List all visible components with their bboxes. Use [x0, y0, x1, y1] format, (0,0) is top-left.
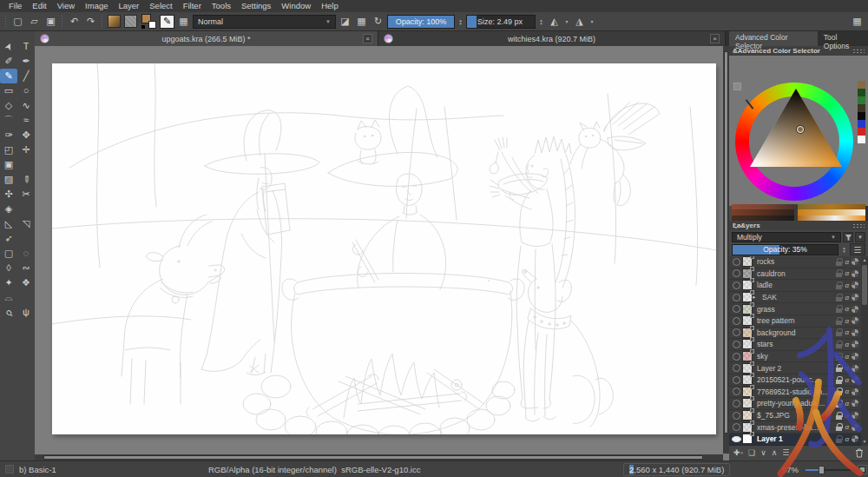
inherit-alpha-icon[interactable]	[852, 317, 858, 324]
spin-down-icon[interactable]: ▾	[537, 22, 545, 25]
visibility-icon[interactable]	[731, 364, 742, 372]
visibility-icon[interactable]	[731, 341, 742, 348]
visibility-icon[interactable]	[731, 282, 742, 289]
inherit-alpha-icon[interactable]	[852, 258, 858, 265]
close-tab-button[interactable]: ×	[363, 34, 372, 43]
menu-window[interactable]: Window	[276, 0, 316, 12]
history-swatch[interactable]	[858, 104, 865, 112]
history-swatch[interactable]	[858, 112, 865, 120]
multibrush-tool[interactable]: ✥	[17, 128, 35, 142]
inherit-alpha-icon[interactable]	[852, 435, 858, 442]
alpha-lock-icon[interactable]: α	[845, 376, 849, 384]
inherit-alpha-icon[interactable]	[852, 341, 858, 348]
lock-icon[interactable]	[836, 282, 842, 289]
layer-thumbnail[interactable]	[742, 374, 753, 385]
inherit-alpha-icon[interactable]	[852, 412, 858, 419]
shade-strip-right[interactable]	[798, 204, 865, 221]
zoom-level-label[interactable]: 57%	[782, 465, 799, 474]
inherit-alpha-icon[interactable]	[852, 365, 858, 372]
scrollbar-thumb[interactable]	[862, 265, 867, 305]
inherit-alpha-icon[interactable]	[852, 353, 858, 360]
brush-size-slider[interactable]: Size: 2.49 px	[466, 15, 536, 29]
layer-name[interactable]: 77689521-studio-sh...	[753, 388, 836, 396]
scroll-up-icon[interactable]: ▲	[861, 256, 868, 264]
history-swatch[interactable]	[858, 96, 865, 104]
spin-down-icon[interactable]: ▾	[840, 249, 848, 253]
menu-settings[interactable]: Settings	[236, 0, 276, 12]
layer-thumbnail[interactable]	[742, 304, 753, 315]
visibility-icon[interactable]	[731, 269, 742, 277]
lock-icon[interactable]	[836, 294, 842, 301]
move-tool[interactable]: ✛	[17, 142, 35, 157]
lock-icon[interactable]	[836, 435, 842, 443]
scroll-down-icon[interactable]: ▼	[861, 438, 868, 446]
lock-icon[interactable]	[836, 412, 842, 420]
menu-layer[interactable]: Layer	[114, 0, 145, 12]
inherit-alpha-icon[interactable]	[852, 424, 858, 431]
mirror-horizontal-button[interactable]: ◭	[547, 14, 562, 29]
menu-select[interactable]: Select	[144, 0, 177, 12]
layer-thumbnail[interactable]	[742, 387, 753, 397]
advanced-color-selector[interactable]: ↻	[729, 56, 868, 206]
layer-filter-button[interactable]	[843, 232, 853, 242]
selection-indicator-icon[interactable]	[5, 465, 14, 474]
visibility-icon[interactable]	[731, 376, 742, 384]
docker-drag-handle[interactable]	[852, 223, 865, 228]
layer-filter-dropdown[interactable]: ▾	[855, 232, 865, 242]
redo-button[interactable]: ↷	[83, 14, 98, 29]
layer-opacity-slider[interactable]: Opacity: 35%	[732, 244, 838, 255]
shade-reset-icon[interactable]: ↻	[733, 222, 740, 230]
visibility-icon[interactable]	[731, 423, 742, 431]
shade-strip-left[interactable]	[732, 204, 794, 221]
colorize-mask-tool[interactable]: ✂	[17, 187, 35, 202]
move-layer-up-button[interactable]: ∧	[772, 449, 778, 457]
duplicate-layer-button[interactable]: ❏	[748, 449, 755, 457]
inherit-alpha-icon[interactable]	[852, 376, 858, 383]
choose-workspace-button[interactable]: ▦	[850, 14, 865, 29]
assistants-tool[interactable]: ◺	[0, 216, 17, 231]
pattern-chooser[interactable]	[124, 15, 137, 28]
document-tab-title[interactable]: upgoats.kra (266.5 MiB) *	[49, 35, 363, 43]
layer-view-mode-button[interactable]: ☰	[850, 243, 865, 255]
zoom-slider-thumb[interactable]	[819, 466, 825, 474]
layer-thumbnail[interactable]	[742, 268, 753, 279]
visibility-icon[interactable]	[731, 317, 742, 325]
history-swatch[interactable]	[858, 89, 865, 96]
visibility-icon[interactable]	[731, 328, 742, 336]
visibility-icon[interactable]	[731, 388, 742, 395]
lock-icon[interactable]	[836, 364, 842, 372]
mirror-horizontal-dropdown[interactable]: ▾	[563, 14, 570, 29]
visibility-icon[interactable]	[731, 258, 742, 266]
elliptical-selection-tool[interactable]: ◌	[17, 246, 35, 261]
layer-name[interactable]: stars	[753, 340, 836, 348]
toolbar-handle[interactable]	[4, 15, 8, 29]
lock-icon[interactable]	[836, 388, 842, 395]
layer-thumbnail[interactable]	[742, 256, 753, 267]
layer-name[interactable]: sky	[753, 352, 836, 361]
canvas[interactable]	[52, 63, 716, 434]
shade-selector[interactable]	[732, 204, 865, 221]
alpha-lock-icon[interactable]: α	[845, 423, 849, 431]
menu-image[interactable]: Image	[80, 0, 113, 12]
similar-selection-tool[interactable]: ❖	[17, 275, 35, 290]
layer-thumbnail[interactable]	[742, 351, 753, 361]
bezier-curve-tool[interactable]: ⌒	[0, 113, 17, 128]
history-swatch[interactable]	[858, 81, 865, 89]
size-spinner[interactable]: ▴ ▾	[537, 15, 545, 29]
freehand-selection-tool[interactable]: ∾	[17, 261, 35, 275]
image-size-field[interactable]: 2 ,560 x 1,440 (920.7 MiB)	[623, 463, 730, 476]
alpha-lock-icon[interactable]: α	[845, 282, 849, 289]
color-cursor[interactable]	[797, 126, 804, 133]
polyline-tool[interactable]: ∿	[17, 98, 35, 113]
smart-patch-tool[interactable]: ✣	[0, 187, 17, 202]
visibility-icon[interactable]	[731, 412, 742, 420]
mirror-vertical-dropdown[interactable]: ▾	[589, 14, 595, 29]
reference-images-tool[interactable]: ➶	[0, 231, 17, 246]
tab-tool-options[interactable]: Tool Options	[818, 31, 868, 46]
inherit-alpha-icon[interactable]	[852, 388, 858, 395]
calligraphy-tool[interactable]: ✒	[17, 54, 35, 69]
alpha-lock-icon[interactable]: α	[845, 353, 849, 361]
alpha-lock-icon[interactable]: α	[845, 388, 849, 395]
lock-icon[interactable]	[836, 328, 842, 336]
polygon-tool[interactable]: ◇	[0, 98, 17, 113]
